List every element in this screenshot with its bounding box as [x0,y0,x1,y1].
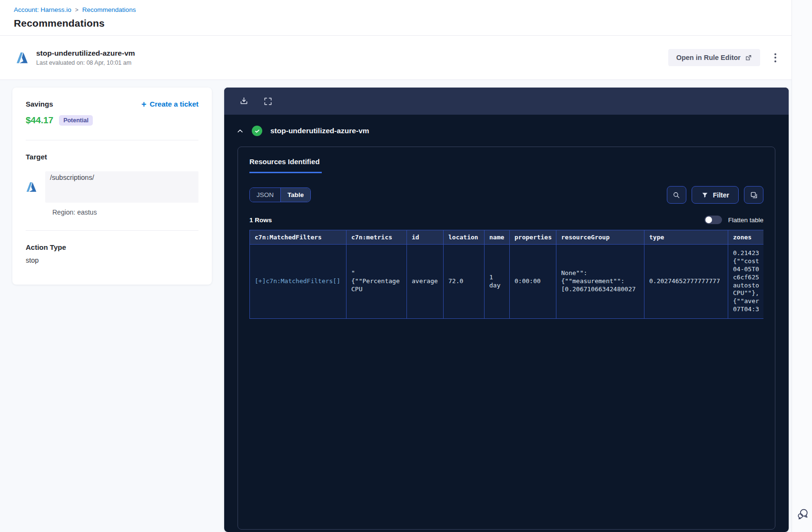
create-ticket-button[interactable]: + Create a ticket [141,100,198,108]
flatten-table-toggle[interactable] [704,216,722,224]
resource-viewer-panel: stop-underutilized-azure-vm Resources Id… [224,88,789,532]
table-cell: 72.0 [444,245,485,319]
table-row: [+]c7n:MatchedFilters[] " {""Percentage … [250,245,764,319]
flatten-table-label: Flatten table [728,217,763,224]
savings-label: Savings [26,100,53,108]
chevron-up-icon[interactable] [237,128,244,135]
plus-icon: + [141,101,147,108]
target-label: Target [26,153,198,161]
rows-count: 1 Rows [249,217,272,224]
action-type-value: stop [26,256,198,264]
filter-button[interactable]: Filter [692,186,739,204]
breadcrumb-separator-icon: > [75,7,79,13]
main-column: Account: Harness.io > Recommendations Re… [0,0,792,532]
viewer-toolbar [224,88,789,115]
viewer-body: stop-underutilized-azure-vm Resources Id… [224,115,789,532]
copy-button[interactable] [744,186,763,204]
recommendation-header: stop-underutilized-azure-vm Last evaluat… [0,36,792,80]
recommendation-header-text: stop-underutilized-azure-vm Last evaluat… [36,49,135,66]
action-type-label: Action Type [26,243,198,251]
breadcrumb-account-link[interactable]: Account: Harness.io [14,6,71,13]
breadcrumb: Account: Harness.io > Recommendations [14,6,792,13]
page-title: Recommendations [14,18,792,29]
azure-logo-icon [16,51,29,64]
search-icon [672,191,681,199]
download-icon[interactable] [239,96,249,106]
create-ticket-label: Create a ticket [149,100,198,108]
more-options-button[interactable] [772,50,779,65]
filter-label: Filter [713,191,729,199]
column-header: c7n:metrics [347,230,407,245]
target-path: /subscriptions/ [45,171,198,203]
fullscreen-icon[interactable] [263,97,273,106]
divider [26,230,198,231]
table-cell: 0.20274652777777777 [644,245,728,319]
view-mode-json[interactable]: JSON [250,188,281,202]
column-header: type [644,230,728,245]
results-table-container: c7n:MatchedFilters c7n:metrics id locati… [249,230,763,319]
open-rule-editor-label: Open in Rule Editor [676,54,741,61]
funnel-icon [701,191,709,199]
summary-card: Savings + Create a ticket $44.17 Potenti… [12,88,212,285]
column-header: location [444,230,485,245]
column-header: resourceGroup [556,230,644,245]
azure-target-icon [26,181,37,193]
column-header: name [485,230,510,245]
tab-resources-identified[interactable]: Resources Identified [249,158,322,173]
top-bar: Account: Harness.io > Recommendations Re… [0,0,792,36]
column-header: c7n:MatchedFilters [250,230,347,245]
search-button[interactable] [667,186,686,204]
column-header: zones [728,230,764,245]
savings-amount: $44.17 [26,115,53,126]
potential-badge: Potential [59,115,93,126]
viewer-resource-title: stop-underutilized-azure-vm [270,127,369,135]
content-area: Savings + Create a ticket $44.17 Potenti… [0,80,792,532]
table-cell: average [407,245,444,319]
resources-identified-section: Resources Identified JSON Table [238,147,775,530]
column-header: properties [510,230,556,245]
open-rule-editor-button[interactable]: Open in Rule Editor [668,49,760,66]
table-cell: 0.21423 {""cost 04-05T0 c6cf625 autosto … [728,245,764,319]
breadcrumb-recommendations-link[interactable]: Recommendations [82,6,136,13]
target-region: Region: eastus [52,208,198,216]
column-header: id [407,230,444,245]
results-table: c7n:MatchedFilters c7n:metrics id locati… [249,230,763,319]
last-evaluated-text: Last evaluated on: 08 Apr, 10:01 am [36,59,135,66]
view-mode-table[interactable]: Table [281,188,310,202]
table-cell: None"": {""measurement"": [0.20671066342… [556,245,644,319]
recommendation-title: stop-underutilized-azure-vm [36,49,135,58]
table-cell: 1 day [485,245,510,319]
table-cell: 0:00:00 [510,245,556,319]
external-link-icon [745,54,752,61]
matched-filters-expand-link[interactable]: [+]c7n:MatchedFilters[] [250,245,347,319]
view-mode-toggle: JSON Table [249,187,311,202]
page-right-strip [792,0,812,532]
support-chat-icon[interactable] [796,507,810,521]
copy-icon [750,191,758,199]
table-cell: " {""Percentage CPU [347,245,407,319]
success-check-icon [252,126,262,136]
divider [26,140,198,140]
table-header-row: c7n:MatchedFilters c7n:metrics id locati… [250,230,764,245]
